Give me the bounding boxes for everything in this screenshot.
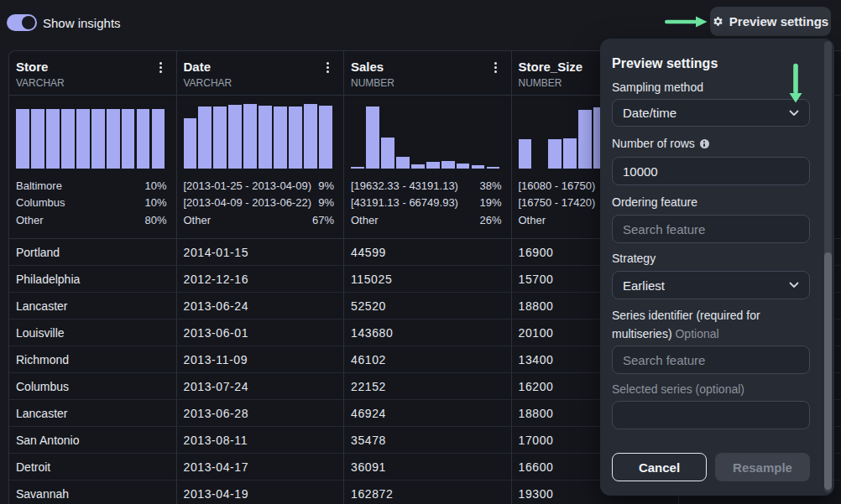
stat-percent: 9%: [318, 195, 334, 211]
preview-settings-popover: Preview settings Sampling method Date/ti…: [600, 39, 834, 496]
table-cell: 2013-06-24: [177, 293, 345, 320]
histogram-bar: [184, 118, 197, 169]
show-insights-toggle[interactable]: [7, 14, 37, 31]
stat-percent: 67%: [312, 212, 334, 229]
column-menu-icon[interactable]: [493, 60, 499, 75]
app: Show insights Preview settings StoreVARC…: [0, 0, 841, 504]
table-cell: 143680: [344, 320, 512, 346]
column-insights-Date: [2013-01-25 - 2013-04-09)9%[2013-04-09 -…: [177, 96, 345, 238]
stat-line: Columbus10%: [16, 195, 167, 211]
resample-button[interactable]: Resample: [715, 453, 810, 481]
table-cell: 46924: [344, 400, 512, 427]
column-type: NUMBER: [351, 76, 501, 90]
popover-scrollbar-thumb[interactable]: [824, 252, 832, 490]
column-header-Sales: SalesNUMBER: [344, 51, 512, 95]
kebab-dot: [494, 62, 497, 65]
toggle-knob: [22, 16, 35, 29]
histogram-bar: [122, 109, 135, 169]
histogram-stats: [19632.33 - 43191.13)38%[43191.13 - 6674…: [351, 178, 502, 229]
column-insights-Sales: [19632.33 - 43191.13)38%[43191.13 - 6674…: [344, 96, 512, 238]
series-identifier-optional-text: Optional: [675, 327, 718, 340]
histogram-bar: [472, 165, 485, 169]
stat-percent: 10%: [144, 195, 166, 211]
table-cell: Savannah: [9, 481, 177, 504]
gear-icon: [713, 16, 723, 27]
histogram-bar: [304, 104, 317, 169]
table-cell: 162872: [344, 481, 512, 504]
ordering-feature-label: Ordering feature: [612, 195, 810, 210]
histogram-bar: [198, 107, 212, 169]
stat-line: Other67%: [184, 212, 335, 229]
table-cell: 2013-06-28: [177, 400, 345, 427]
histogram-bar: [46, 109, 60, 169]
kebab-dot: [326, 66, 329, 69]
stat-line: Other26%: [351, 212, 502, 229]
stat-label: Other: [16, 212, 44, 229]
histogram-bar: [411, 164, 425, 169]
stat-label: [19632.33 - 43191.13): [351, 178, 458, 195]
kebab-dot: [494, 66, 497, 69]
stat-label: Baltimore: [16, 178, 62, 195]
column-menu-icon[interactable]: [325, 60, 331, 75]
stat-label: Other: [184, 212, 212, 229]
table-cell: Lancaster: [9, 293, 177, 320]
stat-line: Other80%: [16, 212, 167, 229]
selected-series-input[interactable]: [612, 401, 810, 429]
histogram-bar: [61, 109, 75, 169]
number-of-rows-input[interactable]: [612, 157, 810, 185]
histogram-bar: [351, 167, 364, 169]
strategy-select[interactable]: Earliest: [612, 271, 810, 299]
histogram-bar: [519, 139, 532, 169]
table-cell: 2012-12-16: [177, 266, 345, 293]
stat-line: [43191.13 - 66749.93)19%: [351, 195, 502, 211]
table-cell: Lancaster: [9, 400, 177, 427]
histogram-bar: [31, 109, 44, 169]
preview-settings-button-label: Preview settings: [729, 14, 828, 29]
kebab-dot: [494, 70, 497, 73]
cancel-button[interactable]: Cancel: [612, 453, 707, 481]
table-cell: Columbus: [9, 373, 177, 400]
table-cell: 2013-04-19: [177, 481, 345, 504]
preview-settings-button[interactable]: Preview settings: [710, 7, 831, 36]
stat-label: [16750 - 17420): [519, 195, 596, 211]
ordering-feature-input[interactable]: [612, 215, 810, 243]
kebab-dot: [159, 66, 162, 69]
series-identifier-label: Series identifier (required for multiser…: [612, 306, 810, 343]
info-icon[interactable]: [700, 139, 709, 148]
histogram-bar: [548, 139, 562, 169]
popover-title: Preview settings: [612, 56, 718, 71]
table-cell: San Antonio: [9, 427, 177, 454]
column-menu-icon[interactable]: [158, 60, 164, 75]
series-identifier-input[interactable]: [612, 346, 810, 374]
kebab-dot: [159, 62, 162, 65]
chevron-down-icon: [789, 110, 799, 117]
show-insights-label: Show insights: [43, 16, 121, 30]
column-name: Store: [16, 59, 166, 75]
table-cell: Louisville: [9, 320, 177, 346]
histogram-bar: [396, 157, 410, 169]
stat-line: Baltimore10%: [16, 178, 167, 195]
sampling-method-value: Date/time: [623, 106, 676, 120]
histogram-bar: [289, 107, 302, 169]
histogram-bar: [76, 109, 90, 169]
histogram-bar: [213, 107, 227, 169]
stat-percent: 10%: [144, 178, 166, 195]
table-cell: Richmond: [9, 346, 177, 373]
table-cell: 36091: [344, 454, 512, 481]
stat-line: [2013-01-25 - 2013-04-09)9%: [184, 178, 335, 195]
column-name: Date: [184, 59, 334, 75]
table-cell: Detroit: [9, 454, 177, 481]
histogram-bar: [426, 162, 440, 169]
histogram-bar: [91, 109, 105, 169]
annotation-arrow-down: [789, 62, 802, 104]
histogram-bar: [366, 107, 379, 169]
table-cell: 2013-04-17: [177, 454, 345, 481]
stat-label: Other: [351, 212, 379, 229]
histogram-bar: [243, 104, 257, 169]
sampling-method-select[interactable]: Date/time: [612, 99, 810, 127]
stat-line: [2013-04-09 - 2013-06-22)9%: [184, 195, 335, 211]
histogram-bar: [259, 106, 272, 169]
sampling-method-label: Sampling method: [612, 81, 810, 95]
stat-percent: 19%: [479, 195, 501, 211]
histogram-bar: [107, 109, 120, 169]
